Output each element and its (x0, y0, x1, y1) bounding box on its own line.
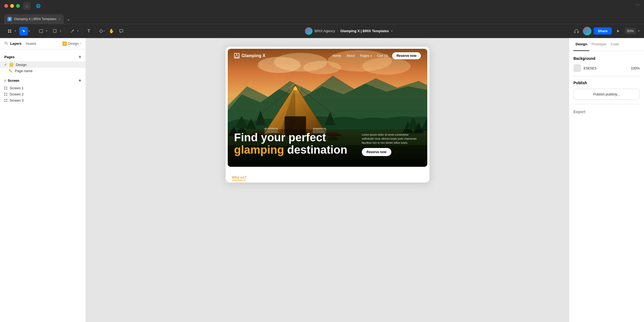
right-tab-prototype[interactable]: Prototype (589, 38, 609, 51)
sidebar-content: Pages + ✓ 🪙 Design ✏️ Page name # Screen (0, 49, 86, 322)
pages-section-title: Pages (4, 55, 14, 59)
sidebar-item-page-name[interactable]: ✏️ Page name (0, 68, 86, 74)
browser-tab-bar: B Glamping X | BRIX Templates × + (0, 12, 644, 24)
grid-tool-button[interactable] (5, 27, 14, 35)
screen-section: # Screen + Screen 1 (0, 76, 86, 103)
sidebar-item-screen2[interactable]: Screen 2 (0, 91, 86, 97)
browser-home-button[interactable]: ⌂ (23, 2, 31, 10)
zoom-chevron[interactable]: ▾ (638, 29, 640, 33)
user-avatar-button[interactable] (583, 27, 591, 35)
pen-tool-button[interactable] (68, 27, 77, 35)
underline-bar-2 (243, 180, 245, 180)
browser-nav-buttons: 🌐 (34, 2, 42, 10)
design-emoji: 🪙 (9, 62, 14, 67)
breadcrumb-separator: / (337, 29, 338, 33)
design-page-label: Design (16, 63, 27, 67)
screen-add-button[interactable]: + (78, 78, 81, 83)
svg-marker-47 (235, 54, 238, 57)
hero-title-white: destination (287, 143, 347, 156)
project-breadcrumb: BRIX Agency / Glamping X | BRIX Template… (315, 29, 393, 33)
screen-hash-icon: # (4, 79, 6, 83)
why-us-underline (232, 180, 423, 180)
zoom-level[interactable]: 50% (625, 28, 636, 34)
nav-reserve-button[interactable]: Reserve now (392, 52, 421, 59)
svg-rect-3 (10, 31, 11, 33)
panel-divider-2 (573, 104, 640, 104)
browser-globe-icon[interactable]: 🌐 (34, 2, 42, 10)
brix-logo (305, 27, 312, 35)
design-badge-icon: 🪙 (62, 42, 67, 46)
publish-section-title: Publish (573, 81, 640, 85)
sidebar-item-screen3[interactable]: Screen 3 (0, 97, 86, 103)
publish-button[interactable]: Publish publicly... (573, 89, 640, 100)
pen-tool-group: ▾ (67, 27, 80, 35)
glamping-navbar: Glamping X Home About Pages ▾ Cart (3) R… (228, 49, 427, 63)
traffic-lights (4, 4, 20, 8)
nav-pages-chevron: ▾ (370, 54, 372, 57)
canvas-area: Glamping X Home About Pages ▾ Cart (3) R… (86, 38, 569, 322)
browser-title-bar: ⌂ 🌐 ··· (0, 0, 644, 12)
share-button[interactable]: Share (594, 27, 612, 35)
color-swatch[interactable] (573, 64, 581, 72)
pages-section-header: Pages + (0, 53, 86, 61)
sidebar-tabs: Layers Assets 🪙 Design ^ (10, 42, 81, 46)
screen1-label: Screen 1 (10, 86, 24, 90)
svg-rect-4 (39, 29, 43, 33)
svg-rect-6 (574, 32, 575, 33)
sidebar-item-screen1[interactable]: Screen 1 (0, 85, 86, 91)
new-tab-button[interactable]: + (65, 16, 72, 24)
screen-section-header: # Screen + (0, 76, 86, 85)
design-frame: Glamping X Home About Pages ▾ Cart (3) R… (226, 47, 429, 183)
tab-favicon: B (8, 17, 12, 21)
glamping-nav-links: Home About Pages ▾ Cart (3) (332, 54, 388, 58)
play-button[interactable] (614, 27, 623, 35)
component-tool-button[interactable]: + (98, 27, 106, 35)
project-menu-chevron[interactable]: ▾ (391, 29, 393, 33)
underline-bar-1 (232, 180, 243, 180)
browser-tab-active[interactable]: B Glamping X | BRIX Templates × (4, 14, 64, 24)
color-opacity-value[interactable]: 100% (631, 66, 640, 70)
nav-link-cart[interactable]: Cart (3) (377, 54, 388, 58)
right-panel-content: Background E5E5E5 100% Publish Publish p… (569, 51, 644, 322)
nav-link-pages-label: Pages (360, 54, 369, 58)
frame-tool-button[interactable] (37, 27, 45, 35)
comment-tool-button[interactable] (117, 27, 126, 35)
nav-link-pages[interactable]: Pages ▾ (360, 54, 372, 58)
right-tab-design[interactable]: Design (573, 38, 589, 51)
glamping-logo-icon (234, 53, 240, 58)
tool-divider-2 (65, 28, 65, 34)
select-tool-button[interactable] (19, 27, 28, 35)
design-tab[interactable]: 🪙 Design ^ (62, 42, 81, 46)
tab-close-button[interactable]: × (58, 17, 60, 21)
shape-tool-button[interactable] (51, 27, 59, 35)
traffic-light-yellow[interactable] (10, 4, 14, 8)
color-hex-value[interactable]: E5E5E5 (584, 66, 597, 70)
page-name-label: Page name (15, 69, 33, 73)
hand-tool-button[interactable]: ✋ (107, 27, 116, 35)
why-us-label: Why us? (232, 175, 423, 179)
tool-divider-4 (95, 28, 95, 34)
traffic-light-red[interactable] (4, 4, 8, 8)
sidebar-search-bar: Layers Assets 🪙 Design ^ (0, 38, 86, 49)
nav-link-home[interactable]: Home (332, 54, 341, 58)
right-tab-code[interactable]: Code (609, 38, 621, 51)
sidebar-item-design[interactable]: ✓ 🪙 Design (0, 61, 86, 68)
nav-link-about[interactable]: About (346, 54, 355, 58)
browser-more-button[interactable]: ··· (636, 2, 640, 10)
sidebar-tab-layers[interactable]: Layers (10, 42, 21, 46)
screen2-label: Screen 2 (10, 92, 24, 96)
export-section-title: Export (573, 110, 640, 114)
frame-tool-group: ▾ (4, 27, 17, 35)
pages-add-button[interactable]: + (78, 54, 81, 60)
glamping-logo: Glamping X (234, 53, 266, 58)
text-tool-button[interactable]: T (84, 27, 93, 35)
glamping-logo-text: Glamping X (242, 53, 266, 58)
grid-icon (4, 87, 8, 90)
hero-cta-button[interactable]: Reserve now (362, 148, 391, 156)
grid-icon-2 (4, 93, 8, 96)
hero-right-content: Lorem ipsum dolor sit amet consectetur s… (362, 133, 421, 156)
sidebar-tab-assets[interactable]: Assets (26, 42, 36, 46)
headphone-button[interactable] (572, 27, 581, 35)
traffic-light-green[interactable] (16, 4, 20, 8)
svg-rect-0 (8, 29, 9, 31)
